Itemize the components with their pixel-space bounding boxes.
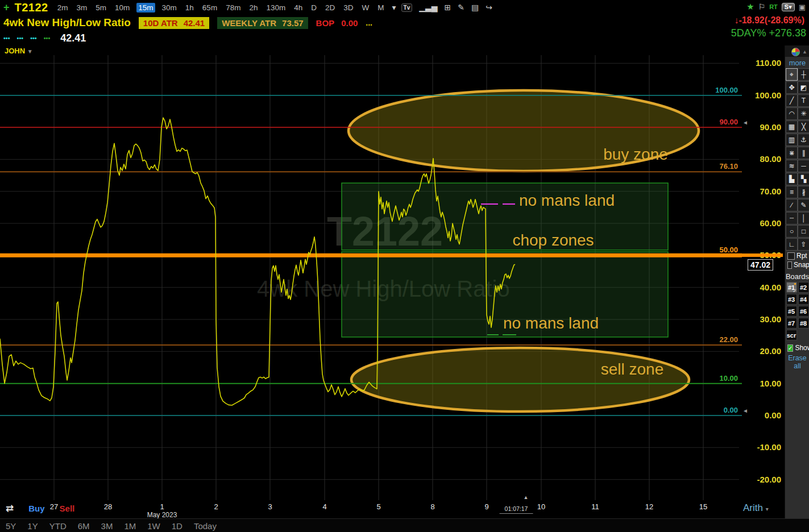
flag-icon[interactable]: ⚐ bbox=[758, 2, 766, 11]
steps-tool[interactable]: ∟ bbox=[786, 238, 798, 251]
hand-pan-tool[interactable]: ✥ bbox=[786, 81, 798, 94]
timeframe-2m[interactable]: 2m bbox=[56, 3, 70, 13]
ray-fan-tool[interactable]: ✳ bbox=[798, 107, 809, 120]
board-num4[interactable]: #4 bbox=[798, 294, 809, 305]
rectangle-tool[interactable]: □ bbox=[798, 225, 809, 238]
pencil-icon[interactable]: ✎ bbox=[458, 3, 464, 12]
board-num1[interactable]: #1 bbox=[786, 282, 797, 293]
bars-up-tool[interactable]: ▙ bbox=[786, 173, 798, 185]
favorite-star-icon[interactable]: ★ bbox=[746, 2, 754, 12]
rpt-checkbox-row[interactable]: Rpt bbox=[785, 251, 809, 260]
share-icon[interactable]: ↪ bbox=[486, 3, 492, 12]
sell-zone-ellipse[interactable] bbox=[351, 348, 689, 412]
timeframe-M[interactable]: M bbox=[376, 3, 385, 13]
dashed-line-tool[interactable]: ┄ bbox=[786, 212, 798, 225]
timeframe-5m[interactable]: 5m bbox=[94, 3, 108, 13]
board-num5[interactable]: #5 bbox=[786, 306, 797, 317]
weekly-atr-chip[interactable]: WEEKLY ATR 73.57 bbox=[217, 17, 308, 29]
cross-dots-tool[interactable]: ┼ bbox=[798, 68, 809, 81]
show-checkbox[interactable]: ✓ bbox=[787, 344, 793, 352]
arrow-up-tool[interactable]: ⇧ bbox=[798, 238, 809, 251]
bop-chip[interactable]: BOP 0.00 bbox=[316, 18, 358, 28]
timeframe-65m[interactable]: 65m bbox=[201, 3, 219, 13]
snap-checkbox-row[interactable]: Snap bbox=[785, 260, 809, 269]
board-num3[interactable]: #3 bbox=[786, 294, 797, 305]
board-num7[interactable]: #7 bbox=[786, 318, 797, 329]
board-scr[interactable]: scr bbox=[786, 330, 797, 340]
indicator-dots-3[interactable]: ••• bbox=[30, 35, 37, 41]
board-num6[interactable]: #6 bbox=[798, 306, 809, 317]
bars-slash-tool[interactable]: ▚ bbox=[798, 173, 809, 185]
circle-tool[interactable]: ○ bbox=[786, 225, 798, 238]
palette-icon[interactable] bbox=[791, 48, 800, 56]
text-tool[interactable]: T bbox=[798, 94, 809, 107]
timeframe-10m[interactable]: 10m bbox=[113, 3, 131, 13]
channel-tool[interactable]: ∦ bbox=[798, 186, 809, 198]
volume-bars-icon[interactable]: ▁▃▅ bbox=[419, 3, 437, 12]
timeframe-130m[interactable]: 130m bbox=[264, 3, 287, 13]
range-YTD[interactable]: YTD bbox=[49, 521, 67, 531]
indicator-dots-1[interactable]: ••• bbox=[3, 35, 10, 41]
timeframe-1h[interactable]: 1h bbox=[184, 3, 196, 13]
vertical-grid-tool[interactable]: ▥ bbox=[786, 134, 798, 146]
show-checkbox-row[interactable]: ✓ Show bbox=[785, 343, 809, 352]
eraser-tool[interactable]: ◩ bbox=[798, 81, 809, 94]
symbol-label[interactable]: T2122 bbox=[15, 1, 48, 14]
pencil-ray-tool[interactable]: ✎ bbox=[798, 199, 809, 211]
erase-all-button[interactable]: Erase all bbox=[785, 354, 809, 370]
sell-button[interactable]: Sell bbox=[60, 504, 75, 513]
indicator-dots-4[interactable]: ••• bbox=[44, 35, 51, 41]
speed-fan-tool[interactable]: ≋ bbox=[786, 160, 798, 172]
timeframe-D[interactable]: D bbox=[309, 3, 318, 13]
time-axis[interactable]: 2728123458910111215May 202301:07:17▲ bbox=[0, 501, 742, 521]
snap-checkbox[interactable] bbox=[787, 261, 792, 269]
timeframe-15m[interactable]: 15m bbox=[136, 3, 155, 13]
user-dropdown[interactable]: JOHN ▼ bbox=[5, 47, 33, 55]
timeframe-W[interactable]: W bbox=[360, 3, 371, 13]
buy-button[interactable]: Buy bbox=[28, 504, 44, 513]
board-num8[interactable]: #8 bbox=[798, 318, 809, 329]
timeframe-2D[interactable]: 2D bbox=[323, 3, 337, 13]
timeframe-30m[interactable]: 30m bbox=[160, 3, 179, 13]
vertical-line-tool[interactable]: │ bbox=[798, 212, 809, 225]
trendline-tool[interactable]: ╱ bbox=[786, 94, 798, 107]
timeframe-3D[interactable]: 3D bbox=[342, 3, 355, 13]
save-icon[interactable]: ▣ bbox=[799, 3, 806, 11]
diagonal-lines-tool[interactable]: ∕ bbox=[786, 199, 798, 211]
timeframe-4h[interactable]: 4h bbox=[292, 3, 304, 13]
atr10-chip[interactable]: 10D ATR 42.41 bbox=[139, 17, 209, 29]
parallel-lines-tool[interactable]: ∥ bbox=[798, 147, 809, 159]
range-6M[interactable]: 6M bbox=[78, 521, 90, 531]
range-5Y[interactable]: 5Y bbox=[6, 521, 16, 531]
swap-icon[interactable]: ⇄ bbox=[6, 502, 14, 514]
folder-icon[interactable]: ▤ bbox=[471, 3, 479, 12]
flag-lines-tool[interactable]: ⋇ bbox=[786, 147, 798, 159]
range-Today[interactable]: Today bbox=[194, 521, 217, 531]
horizontal-segment-tool[interactable]: ─ bbox=[798, 160, 809, 172]
calculator-icon[interactable]: ⊞ bbox=[445, 3, 451, 12]
scale-mode-dropdown[interactable]: Arith ▾ bbox=[743, 502, 769, 514]
timeframe-2h[interactable]: 2h bbox=[247, 3, 259, 13]
timeframe-dropdown-icon[interactable]: ▾ bbox=[392, 3, 396, 12]
more-indicators-button[interactable]: ... bbox=[366, 18, 372, 27]
timeframe-3m[interactable]: 3m bbox=[75, 3, 89, 13]
chart-canvas[interactable]: T21224wk New High/Low Ratio100.0090.0076… bbox=[0, 45, 742, 501]
timeframe-78m[interactable]: 78m bbox=[224, 3, 242, 13]
price-axis[interactable]: 110.00100.0090.0080.0070.0060.0050.0040.… bbox=[742, 45, 785, 501]
chart-area[interactable]: T21224wk New High/Low Ratio100.0090.0076… bbox=[0, 45, 742, 501]
horizontal-lines-tool[interactable]: ≡ bbox=[786, 186, 798, 198]
indicator-dots-2[interactable]: ••• bbox=[17, 35, 24, 41]
crosshair-tool[interactable]: ⌖ bbox=[786, 68, 798, 81]
range-3M[interactable]: 3M bbox=[101, 521, 113, 531]
grid-tool[interactable]: ▦ bbox=[786, 120, 798, 133]
add-symbol-icon[interactable]: + bbox=[3, 2, 10, 14]
s-dropdown-button[interactable]: S▾ bbox=[782, 3, 795, 11]
crossed-lines-tool[interactable]: ╳ bbox=[798, 120, 809, 133]
arc-fan-tool[interactable]: ◠ bbox=[786, 107, 798, 120]
rpt-checkbox[interactable] bbox=[787, 252, 795, 260]
tv-chip-icon[interactable]: Tv bbox=[401, 3, 413, 12]
range-1W[interactable]: 1W bbox=[147, 521, 160, 531]
range-1D[interactable]: 1D bbox=[172, 521, 182, 531]
board-num2[interactable]: #2 bbox=[798, 282, 809, 293]
more-tools-button[interactable]: more bbox=[785, 57, 809, 68]
